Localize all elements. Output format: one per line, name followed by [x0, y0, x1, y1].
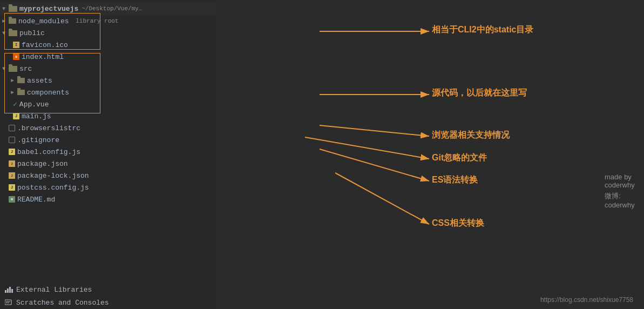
package-lock-icon: J [9, 172, 15, 179]
browserslistrc-label: .browserslistrc [17, 124, 80, 132]
root-arrow [2, 6, 9, 12]
assets-label: assets [27, 77, 52, 85]
tree-item-package-lock[interactable]: J package-lock.json [0, 170, 216, 182]
node-modules-arrow [2, 18, 9, 24]
package-json-label: package.json [17, 160, 68, 168]
main-js-label: main.js [22, 112, 51, 120]
assets-arrow [11, 78, 17, 84]
tree-item-readme[interactable]: M README.md [0, 193, 216, 205]
src-arrow [2, 66, 9, 72]
annotation-1: 相当于CLI2中的static目录 [432, 24, 533, 36]
components-label: components [27, 89, 69, 97]
assets-folder-icon [17, 78, 25, 83]
favicon-icon: I [13, 42, 19, 48]
tree-item-postcss-config[interactable]: J postcss.config.js [0, 182, 216, 193]
main-container: myprojectvuejs ~/Desktop/Vue/my… node_mo… [0, 0, 644, 309]
external-libraries-icon [4, 286, 13, 293]
svg-line-7 [305, 137, 429, 159]
annotation-3-text: 浏览器相关支持情况 [432, 130, 510, 141]
favicon-label: favicon.ico [22, 41, 68, 49]
annotation-2: 源代码，以后就在这里写 [432, 88, 527, 99]
file-tree-panel: myprojectvuejs ~/Desktop/Vue/my… node_mo… [0, 0, 216, 309]
html-icon: H [13, 53, 19, 60]
svg-line-6 [320, 125, 429, 136]
annotation-3: 浏览器相关支持情况 [432, 130, 510, 141]
annotation-4-text: Git忽略的文件 [432, 152, 487, 164]
tree-item-index-html[interactable]: H index.html [0, 51, 216, 63]
src-folder-icon [9, 66, 17, 72]
babel-label: babel.config.js [17, 148, 80, 156]
made-by-line1: made by coderwhy [605, 173, 644, 189]
annotation-panel: 相当于CLI2中的static目录 源代码，以后就在这里写 浏览器相关支持情况 … [216, 0, 644, 309]
tree-item-public[interactable]: public [0, 27, 216, 39]
package-json-icon: J [9, 160, 15, 167]
vue-check-icon: ✓ [13, 100, 17, 109]
public-folder-icon [9, 30, 17, 36]
annotation-5-text: ES语法转换 [432, 174, 478, 186]
annotation-5: ES语法转换 [432, 174, 478, 186]
node-modules-label: node_modules [18, 17, 69, 25]
bar1 [5, 290, 6, 293]
components-arrow [11, 90, 17, 96]
bar4 [11, 289, 13, 293]
tree-item-favicon[interactable]: I favicon.ico [0, 39, 216, 51]
app-vue-label: App.vue [19, 100, 49, 109]
package-lock-label: package-lock.json [17, 172, 89, 180]
main-js-icon: J [13, 113, 19, 119]
scratches-label: Scratches and Consoles [16, 299, 109, 307]
external-libraries-label: External Libraries [16, 286, 92, 294]
annotation-6: CSS相关转换 [432, 218, 484, 229]
public-arrow [2, 30, 9, 36]
tree-item-gitignore[interactable]: .gitignore [0, 134, 216, 146]
svg-line-8 [320, 149, 429, 181]
bar3 [9, 287, 11, 293]
browserslistrc-icon [9, 125, 15, 131]
tree-item-main-js[interactable]: J main.js [0, 110, 216, 122]
gitignore-label: .gitignore [17, 136, 59, 144]
made-by-block: made by coderwhy 微博: coderwhy [605, 173, 644, 209]
bottom-bar: External Libraries Scratches and Console… [0, 283, 216, 309]
tree-item-package-json[interactable]: J package.json [0, 158, 216, 170]
annotation-4: Git忽略的文件 [432, 152, 487, 164]
annotation-2-text: 源代码，以后就在这里写 [432, 88, 527, 99]
postcss-icon: J [9, 184, 15, 191]
project-name: myprojectvuejs [19, 5, 78, 13]
scratches-item[interactable]: Scratches and Consoles [0, 296, 216, 309]
external-libraries-item[interactable]: External Libraries [0, 283, 216, 296]
bar2 [7, 288, 9, 293]
tree-item-src[interactable]: src [0, 63, 216, 75]
src-label: src [19, 65, 32, 73]
node-modules-folder-icon [9, 18, 16, 24]
scratches-svg-icon [5, 299, 12, 306]
watermark: https://blog.csdn.net/shixue7758 [540, 296, 633, 304]
svg-line-9 [335, 173, 429, 224]
tree-item-app-vue[interactable]: ✓ App.vue [0, 98, 216, 110]
babel-icon: J [9, 149, 15, 155]
annotation-1-text: 相当于CLI2中的static目录 [432, 24, 533, 36]
annotation-6-text: CSS相关转换 [432, 218, 484, 229]
scratches-icon-container [4, 299, 13, 306]
bar-chart-icon [5, 286, 13, 293]
root-folder-icon [9, 6, 17, 12]
postcss-label: postcss.config.js [17, 184, 89, 192]
tree-item-node-modules[interactable]: node_modules library root [0, 15, 216, 27]
components-folder-icon [17, 90, 25, 95]
svg-rect-0 [5, 300, 11, 305]
readme-label: README.md [17, 196, 55, 204]
project-path: ~/Desktop/Vue/my… [82, 5, 142, 12]
readme-icon: M [9, 196, 15, 203]
tree-item-babel-config[interactable]: J babel.config.js [0, 146, 216, 158]
made-by-line2: 微博: coderwhy [605, 191, 644, 209]
tree-item-browserslistrc[interactable]: .browserslistrc [0, 122, 216, 134]
gitignore-icon [9, 137, 15, 143]
arrows-svg [216, 0, 644, 309]
tree-item-components[interactable]: components [0, 86, 216, 98]
node-modules-suffix: library root [72, 18, 119, 24]
project-root-row[interactable]: myprojectvuejs ~/Desktop/Vue/my… [0, 2, 216, 15]
tree-item-assets[interactable]: assets [0, 75, 216, 86]
public-label: public [19, 29, 45, 37]
index-html-label: index.html [22, 53, 64, 61]
